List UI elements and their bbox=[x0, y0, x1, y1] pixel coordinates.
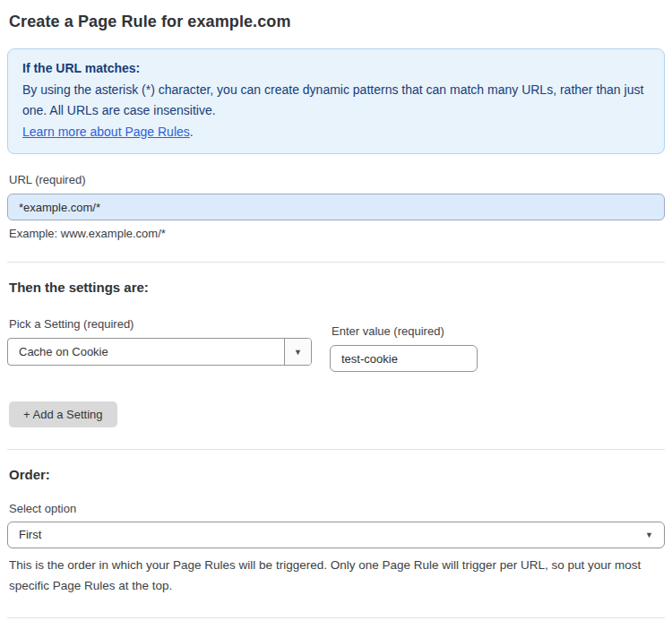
page-title: Create a Page Rule for example.com bbox=[9, 13, 665, 31]
url-input[interactable] bbox=[7, 194, 665, 220]
order-select-dropdown[interactable]: First ▼ bbox=[7, 522, 665, 548]
url-example-helper: Example: www.example.com/* bbox=[9, 227, 665, 240]
link-period: . bbox=[190, 125, 194, 139]
divider bbox=[7, 617, 665, 618]
learn-more-link[interactable]: Learn more about Page Rules bbox=[22, 125, 190, 139]
setting-value-label: Enter value (required) bbox=[332, 324, 478, 338]
divider bbox=[7, 449, 665, 450]
url-match-info-banner: If the URL matches: By using the asteris… bbox=[7, 48, 665, 154]
info-banner-body: By using the asterisk (*) character, you… bbox=[22, 80, 650, 122]
info-banner-heading: If the URL matches: bbox=[22, 58, 650, 80]
order-helper-text: This is the order in which your Page Rul… bbox=[9, 555, 659, 596]
order-select-label: Select option bbox=[9, 502, 665, 515]
setting-picker-label: Pick a Setting (required) bbox=[9, 317, 312, 331]
url-label: URL (required) bbox=[9, 173, 665, 186]
chevron-down-icon[interactable]: ▼ bbox=[284, 339, 311, 365]
settings-section-heading: Then the settings are: bbox=[9, 280, 665, 295]
setting-value-input[interactable] bbox=[330, 345, 478, 372]
order-selected-value: First bbox=[8, 522, 664, 548]
setting-picker-dropdown[interactable]: Cache on Cookie ▼ bbox=[7, 338, 312, 366]
chevron-down-icon: ▼ bbox=[645, 522, 653, 548]
create-page-rule-form: Create a Page Rule for example.com If th… bbox=[0, 0, 672, 621]
divider bbox=[7, 262, 665, 263]
setting-picker-column: Pick a Setting (required) Cache on Cooki… bbox=[7, 317, 312, 372]
info-banner-link-line: Learn more about Page Rules. bbox=[22, 122, 650, 143]
add-setting-button[interactable]: + Add a Setting bbox=[9, 401, 117, 427]
order-section-heading: Order: bbox=[9, 467, 665, 482]
setting-value-column: Enter value (required) bbox=[330, 324, 478, 372]
setting-row: Pick a Setting (required) Cache on Cooki… bbox=[7, 317, 665, 372]
setting-picker-selected-value: Cache on Cookie bbox=[8, 339, 284, 365]
